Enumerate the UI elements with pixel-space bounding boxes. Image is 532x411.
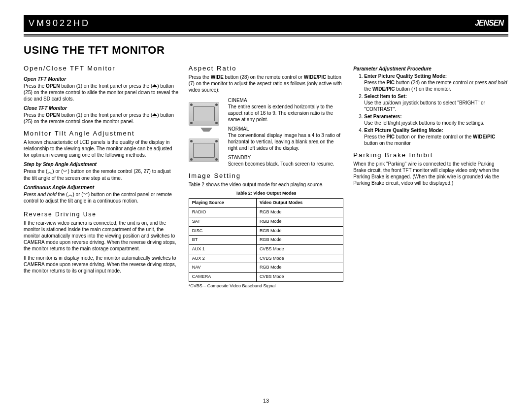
- section-open-close: Open/Close TFT Monitor: [24, 65, 179, 73]
- eject-icon: [152, 84, 157, 88]
- sub-step: Step by Step Angle Adjustment: [24, 161, 179, 168]
- sub-param: Parameter Adjustment Procedure: [353, 66, 508, 72]
- th-mode: Video Output Modes: [256, 199, 343, 208]
- table-row: RADIORGB Mode: [189, 208, 343, 217]
- text-continuous: Press and hold the (︽) or (︾) button on …: [24, 191, 179, 205]
- cinema-label: CINEMA: [228, 97, 344, 103]
- text-close: Press the OPEN button (1) on the front p…: [24, 112, 179, 125]
- table-row: SATRGB Mode: [189, 217, 343, 226]
- down-chevron-icon: ︾: [83, 191, 88, 198]
- text-image: Table 2 shows the video output mode for …: [189, 181, 344, 188]
- table-row: CAMERACVBS Mode: [189, 272, 343, 281]
- table-row: AUX 2CVBS Mode: [189, 254, 343, 263]
- list-item: Set Parameters:Use the left/right joysti…: [364, 113, 508, 126]
- param-list: Enter Picture Quality Setting Mode:Press…: [353, 73, 508, 146]
- column-1: Open/Close TFT Monitor Open TFT Monitor …: [24, 60, 179, 289]
- column-3: Parameter Adjustment Procedure Enter Pic…: [353, 60, 508, 289]
- table-row: BTRGB Mode: [189, 236, 343, 245]
- text-open: Press the OPEN button (1) on the front p…: [24, 83, 179, 102]
- section-image: Image Setting: [189, 172, 344, 180]
- cinema-icon: [189, 102, 219, 126]
- th-source: Playing Source: [189, 199, 256, 208]
- text-aspect: Press the WIDE button (28) on the remote…: [189, 74, 344, 93]
- normal-text: The conventional display image has a 4 t…: [228, 132, 344, 151]
- eject-icon: [152, 113, 157, 117]
- table-footnote: *CVBS – Composite Video Baseband Signal: [189, 283, 344, 289]
- page-title: USING THE TFT MONITOR: [24, 43, 508, 58]
- normal-icon: [189, 138, 219, 162]
- standby-label: STANDBY: [228, 154, 344, 161]
- table-caption: Table 2: Video Output Modes: [189, 191, 344, 197]
- column-2: Aspect Ratio Press the WIDE button (28) …: [189, 60, 344, 289]
- list-item: Exit Picture Quality Setting Mode:Press …: [364, 127, 508, 146]
- text-reverse-1: If the rear-view video camera is connect…: [24, 220, 179, 252]
- text-tilt: A known characteristic of LCD panels is …: [24, 139, 179, 158]
- divider: [24, 34, 508, 36]
- arrow-down-icon: [200, 128, 212, 137]
- list-item: Enter Picture Quality Setting Mode:Press…: [364, 73, 508, 92]
- down-chevron-icon: ︾: [63, 169, 67, 175]
- sub-close: Close TFT Monitor: [24, 105, 179, 111]
- text-parking: When the pink "Parking" wire is connecte…: [353, 161, 508, 186]
- table-row: DISCRGB Mode: [189, 226, 343, 236]
- title-bar: VM9022HD JENSEN: [24, 15, 508, 32]
- model-label: VM9022HD: [29, 18, 90, 29]
- brand-logo: JENSEN: [475, 18, 503, 29]
- list-item: Select Item to Set:Use the up/down joyst…: [364, 93, 508, 112]
- table-row: NAVRGB Mode: [189, 263, 343, 273]
- standby-text: Screen becomes black. Touch screen to re…: [228, 161, 344, 167]
- section-reverse: Reverse Driving Use: [24, 211, 179, 219]
- text-reverse-2: If the monitor is in display mode, the m…: [24, 255, 179, 274]
- aspect-cinema-row: CINEMA The entire screen is extended hor…: [189, 97, 344, 167]
- cinema-text: The entire screen is extended horizontal…: [228, 103, 344, 123]
- up-chevron-icon: ︽: [47, 169, 52, 175]
- section-aspect: Aspect Ratio: [189, 65, 344, 73]
- up-chevron-icon: ︽: [68, 191, 73, 198]
- video-output-table: Playing Source Video Output Modes RADIOR…: [189, 198, 344, 281]
- section-parking: Parking Brake Inhibit: [353, 151, 508, 160]
- table-row: AUX 1CVBS Mode: [189, 244, 343, 254]
- section-tilt: Monitor Tilt Angle Adjustment: [24, 130, 179, 138]
- sub-open: Open TFT Monitor: [24, 76, 179, 82]
- page-number: 13: [0, 397, 532, 404]
- normal-label: NORMAL: [228, 126, 344, 132]
- sub-continuous: Continuous Angle Adjustment: [24, 184, 179, 191]
- text-step: Press the (︽) or (︾) button on the remot…: [24, 168, 179, 181]
